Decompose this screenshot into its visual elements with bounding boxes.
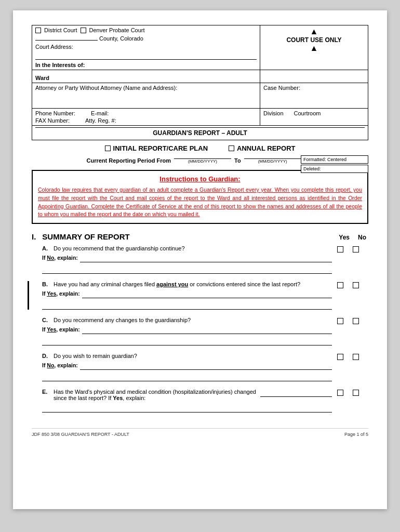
deleted-label: Deleted: <box>303 166 321 171</box>
q-d-letter: D. <box>42 353 50 359</box>
to-period: (MM/DD/YYYY) <box>244 158 301 164</box>
annual-report-label: ANNUAL REPORT <box>237 144 295 152</box>
q-c-no-checkbox[interactable] <box>353 318 359 324</box>
q-a-explain-row: If No, explain: <box>42 253 332 262</box>
form-code: JDF 850 3/08 GUARDIAN'S REPORT - ADULT <box>32 432 129 437</box>
q-e-explain-field2[interactable] <box>42 405 332 413</box>
fax-label: FAX Number: <box>35 117 70 124</box>
question-b-container: B. Have you had any criminal charges fil… <box>32 281 368 310</box>
q-d-checkboxes <box>337 353 368 360</box>
annual-report-checkbox[interactable] <box>229 145 234 151</box>
q-c-text: Do you recommend any changes to the guar… <box>54 317 191 323</box>
q-a-yes-checkbox[interactable] <box>337 246 343 252</box>
q-d-yes-checkbox[interactable] <box>337 354 343 360</box>
case-number-label: Case Number: <box>263 85 365 91</box>
q-d-no-checkbox[interactable] <box>353 354 359 360</box>
email-label: E-mail: <box>91 110 109 116</box>
district-court-label: District Court <box>44 27 77 33</box>
question-c-label: C. Do you recommend any changes to the g… <box>42 317 332 323</box>
deleted-note: Deleted: <box>301 165 368 173</box>
denver-probate-label: Denver Probate Court <box>89 27 145 33</box>
ward-cell: Ward <box>32 70 260 83</box>
question-c-left: C. Do you recommend any changes to the g… <box>42 317 337 345</box>
question-e-label: E. Has the Ward's physical and medical c… <box>42 389 332 401</box>
q-b-explain-field2[interactable] <box>42 302 332 310</box>
formatted-label: Formatted: <box>303 157 326 162</box>
yes-header-label: Yes <box>339 234 350 241</box>
q-b-checkboxes <box>337 281 368 288</box>
q-a-letter: A. <box>42 245 50 251</box>
q-a-checkboxes <box>337 245 368 252</box>
q-d-explain-row: If No, explain: <box>42 361 332 370</box>
court-use-only-label: COURT USE ONLY <box>263 36 365 44</box>
q-c-explain-field2[interactable] <box>42 338 332 345</box>
q-a-no-checkbox[interactable] <box>353 246 359 252</box>
court-use-cell: ▲ COURT USE ONLY ▲ <box>260 25 368 70</box>
instructions-title: Instructions to Guardian: <box>38 175 362 183</box>
summary-section-label: I. <box>32 232 36 241</box>
question-c-row: C. Do you recommend any changes to the g… <box>32 317 368 345</box>
initial-report-checkbox[interactable] <box>105 145 111 151</box>
q-b-no-checkbox[interactable] <box>353 282 359 288</box>
q-e-no-checkbox[interactable] <box>353 390 359 396</box>
q-b-if-yes: If Yes, explain: <box>42 290 80 297</box>
case-number-cell: Case Number: <box>260 83 368 109</box>
q-e-text: Has the Ward's physical and medical cond… <box>54 389 257 401</box>
question-a-label: A. Do you recommend that the guardianshi… <box>42 245 332 251</box>
division-courtroom-cell: Division Courtroom <box>260 109 368 126</box>
question-b-row: B. Have you had any criminal charges fil… <box>32 281 368 310</box>
q-b-yes-checkbox[interactable] <box>337 282 343 288</box>
q-e-explain-field[interactable] <box>260 390 332 397</box>
ward-label: Ward <box>35 75 49 81</box>
to-format: (MM/DD/YYYY) <box>258 159 287 164</box>
q-c-letter: C. <box>42 317 50 323</box>
arrow-up-right: ▲ <box>263 44 365 53</box>
q-b-explain-field[interactable] <box>82 291 332 298</box>
q-d-text: Do you wish to remain guardian? <box>54 353 137 359</box>
report-type-row: INITIAL REPORT/CARE PLAN ANNUAL REPORT <box>32 144 368 152</box>
in-interests-label: In the Interests of: <box>35 62 257 68</box>
q-e-yes-checkbox[interactable] <box>337 390 343 396</box>
q-a-explain-field[interactable] <box>80 255 332 262</box>
courtroom-label: Courtroom <box>294 110 321 116</box>
q-b-text: Have you had any criminal charges filed … <box>54 281 300 287</box>
to-label: To <box>234 157 241 164</box>
question-e-row: E. Has the Ward's physical and medical c… <box>32 389 368 413</box>
reporting-period-label: Current Reporting Period From <box>86 157 171 164</box>
guardian-title-cell: GUARDIAN'S REPORT – ADULT <box>32 126 368 140</box>
b-left-border <box>28 281 29 310</box>
summary-header: I. SUMMARY OF REPORT Yes No <box>32 232 368 241</box>
denver-probate-checkbox[interactable] <box>81 28 86 33</box>
q-a-if-no: If No, explain: <box>42 255 78 261</box>
court-address-label: Court Address: <box>35 44 257 50</box>
header-table: District Court Denver Probate Court Coun… <box>32 25 368 140</box>
guardian-title: GUARDIAN'S REPORT – ADULT <box>35 127 365 138</box>
county-line: County, Colorado <box>35 35 257 42</box>
page-info: Page 1 of 5 <box>344 432 368 437</box>
question-d-label: D. Do you wish to remain guardian? <box>42 353 332 359</box>
division-label: Division <box>263 110 284 116</box>
q-d-explain-field[interactable] <box>80 363 332 370</box>
page: District Court Denver Probate Court Coun… <box>13 10 387 509</box>
formatted-note: Formatted: Centered <box>301 155 368 164</box>
instructions-text: Colorado law requires that every guardia… <box>38 186 362 219</box>
phone-label: Phone Number: <box>35 110 75 116</box>
q-b-letter: B. <box>42 281 50 287</box>
court-use-right-cell <box>260 70 368 83</box>
question-a-row: A. Do you recommend that the guardianshi… <box>32 245 368 274</box>
question-e-left: E. Has the Ward's physical and medical c… <box>42 389 337 413</box>
instructions-box: Instructions to Guardian: Colorado law r… <box>32 170 368 224</box>
arrow-up-left: ▲ <box>263 27 365 36</box>
district-court-checkbox[interactable] <box>35 28 41 33</box>
q-d-if-no: If No, explain: <box>42 362 78 368</box>
question-a-left: A. Do you recommend that the guardianshi… <box>42 245 337 274</box>
q-c-explain-field[interactable] <box>82 327 332 334</box>
reporting-period-container: Current Reporting Period From (MM/DD/YYY… <box>32 155 368 165</box>
q-c-yes-checkbox[interactable] <box>337 318 343 324</box>
formatted-value: Centered <box>327 157 346 162</box>
q-b-explain-row: If Yes, explain: <box>42 289 332 298</box>
annual-report-item: ANNUAL REPORT <box>229 144 295 152</box>
q-a-explain-field2[interactable] <box>42 267 332 274</box>
q-a-text: Do you recommend that the guardianship c… <box>54 245 185 251</box>
q-d-explain-field2[interactable] <box>42 374 332 381</box>
